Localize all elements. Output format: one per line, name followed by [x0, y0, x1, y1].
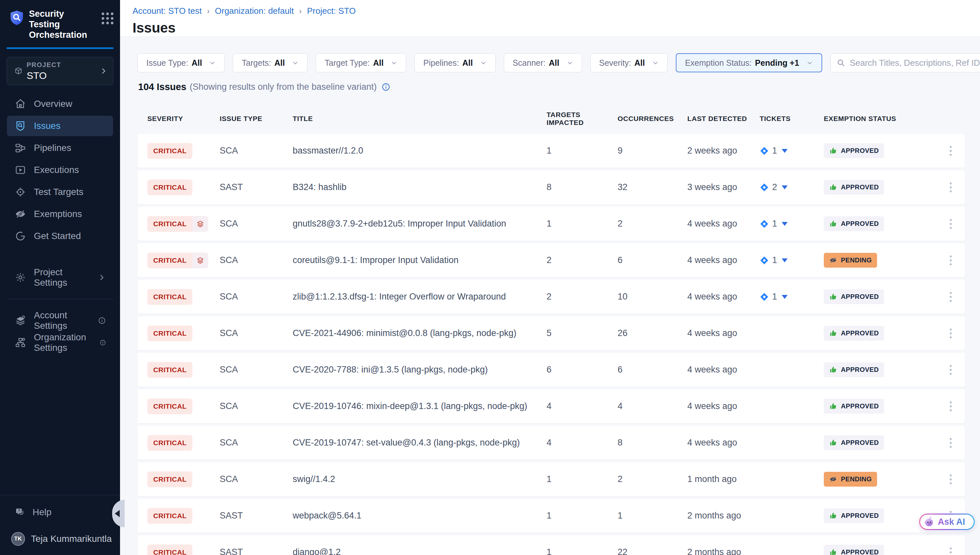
target-icon: [15, 186, 26, 197]
table-row[interactable]: CRITICAL SAST B324: hashlib 8 32 3 weeks…: [138, 170, 965, 204]
breadcrumb-project[interactable]: Project: STO: [307, 6, 356, 16]
sidebar-item-account-settings[interactable]: Account Settings: [7, 310, 113, 331]
sidebar-item-executions[interactable]: Executions: [7, 160, 113, 180]
sidebar-item-label: Executions: [34, 165, 79, 175]
targets-impacted-cell: 4: [547, 401, 618, 411]
table-row[interactable]: CRITICAL SCA coreutils@9.1-1: Improper I…: [138, 243, 965, 277]
thumbs-up-icon: [829, 439, 837, 447]
ticket-caret-icon[interactable]: [782, 295, 788, 299]
filter-pipelines[interactable]: Pipelines: All: [414, 53, 495, 72]
sidebar-item-exemptions[interactable]: Exemptions: [7, 204, 113, 224]
severity-badge: CRITICAL: [148, 143, 192, 159]
search-input[interactable]: [850, 58, 980, 68]
issue-title-cell[interactable]: swig//1.4.2: [293, 474, 547, 484]
filter-targets[interactable]: Targets: All: [233, 53, 308, 72]
module-grid-icon[interactable]: [102, 13, 114, 24]
row-menu-button[interactable]: [950, 473, 952, 485]
filter-severity[interactable]: Severity: All: [590, 53, 667, 72]
issue-type-cell: SCA: [220, 219, 293, 229]
filter-issue-type[interactable]: Issue Type: All: [138, 53, 225, 72]
tickets-cell: 1: [760, 219, 824, 229]
table-row[interactable]: CRITICAL SCA CVE-2020-7788: ini@1.3.5 (l…: [138, 353, 965, 387]
ticket-caret-icon[interactable]: [782, 185, 788, 189]
issue-title-cell[interactable]: CVE-2021-44906: minimist@0.0.8 (lang-pkg…: [293, 328, 547, 338]
row-menu-button[interactable]: [950, 218, 952, 230]
help-button[interactable]: ? Help: [0, 507, 120, 518]
sidebar-item-project-settings[interactable]: Project Settings: [7, 267, 113, 288]
row-menu-button[interactable]: [950, 547, 952, 555]
row-menu-button[interactable]: [950, 181, 952, 193]
issue-title-cell[interactable]: CVE-2020-7788: ini@1.3.5 (lang-pkgs, nod…: [293, 365, 547, 375]
issue-title-cell[interactable]: webpack@5.64.1: [293, 511, 547, 521]
project-selector[interactable]: PROJECT STO: [6, 57, 114, 85]
table-row[interactable]: CRITICAL SCA CVE-2021-44906: minimist@0.…: [138, 316, 965, 350]
table-row[interactable]: CRITICAL SCA bassmaster//1.2.0 1 9 2 wee…: [138, 134, 965, 168]
severity-badge: CRITICAL: [148, 180, 192, 195]
sto-shield-logo-icon: [8, 9, 25, 26]
thumbs-up-icon: [829, 293, 837, 301]
sidebar-item-test-targets[interactable]: Test Targets: [7, 182, 113, 202]
table-row[interactable]: CRITICAL SCA CVE-2019-10746: mixin-deep@…: [138, 389, 965, 423]
row-menu-button[interactable]: [950, 255, 952, 266]
row-menu-button[interactable]: [950, 327, 952, 339]
eye-off-icon: [15, 209, 26, 220]
info-icon[interactable]: [98, 316, 106, 325]
eye-off-icon: [829, 475, 837, 483]
issue-title-cell[interactable]: CVE-2019-10746: mixin-deep@1.3.1 (lang-p…: [293, 401, 547, 411]
row-menu-button[interactable]: [950, 364, 952, 376]
severity-badge: CRITICAL: [148, 472, 192, 487]
filter-exemption-status[interactable]: Exemption Status: Pending +1: [676, 53, 822, 72]
issue-title-cell[interactable]: CVE-2019-10747: set-value@0.4.3 (lang-pk…: [293, 438, 547, 448]
table-row[interactable]: CRITICAL SCA zlib@1:1.2.13.dfsg-1: Integ…: [138, 280, 965, 314]
sidebar-item-overview[interactable]: Overview: [7, 94, 113, 114]
issue-title-cell[interactable]: coreutils@9.1-1: Improper Input Validati…: [293, 255, 547, 265]
sidebar-item-organization-settings[interactable]: Organization Settings: [7, 332, 113, 353]
ticket-caret-icon[interactable]: [782, 149, 788, 153]
row-menu-button[interactable]: [950, 401, 952, 412]
sidebar: Security Testing Orchestration PROJECT S…: [0, 0, 120, 555]
get-started-icon: [15, 231, 26, 242]
filter-target-type[interactable]: Target Type: All: [316, 53, 406, 72]
user-menu[interactable]: TK Teja Kummarikuntla: [0, 532, 120, 546]
table-row[interactable]: CRITICAL SAST django@1.2 1 22 2 months a…: [138, 535, 965, 555]
table-row[interactable]: CRITICAL SCA gnutls28@3.7.9-2+deb12u5: I…: [138, 207, 965, 241]
issue-title-cell[interactable]: B324: hashlib: [293, 182, 547, 192]
table-row[interactable]: CRITICAL SCA CVE-2019-10747: set-value@0…: [138, 426, 965, 460]
exemption-status-label: PENDING: [841, 475, 872, 483]
home-icon: [15, 98, 26, 109]
targets-impacted-cell: 1: [547, 219, 618, 229]
table-row[interactable]: CRITICAL SAST webpack@5.64.1 1 1 2 month…: [138, 499, 965, 533]
issue-type-cell: SCA: [220, 146, 293, 156]
row-menu-button[interactable]: [950, 291, 952, 303]
sidebar-item-get-started[interactable]: Get Started: [7, 226, 113, 246]
row-menu-button[interactable]: [950, 145, 952, 157]
issue-title-cell[interactable]: zlib@1:1.2.13.dfsg-1: Integer Overflow o…: [293, 292, 547, 302]
issue-type-cell: SAST: [220, 182, 293, 192]
issue-title-cell[interactable]: bassmaster//1.2.0: [293, 146, 547, 156]
sidebar-item-issues[interactable]: Issues: [7, 116, 113, 136]
issue-title-cell[interactable]: django@1.2: [293, 547, 547, 555]
ask-ai-button[interactable]: Ask AI: [919, 513, 975, 530]
ticket-caret-icon[interactable]: [782, 258, 788, 262]
filter-label: Target Type:: [325, 58, 370, 68]
breadcrumb-organization[interactable]: Organization: default: [215, 6, 294, 16]
occurrences-cell: 10: [618, 292, 687, 302]
last-detected-cell: 4 weeks ago: [687, 255, 760, 265]
chevron-right-icon: [100, 67, 107, 75]
severity-badge: CRITICAL: [148, 435, 192, 451]
info-icon[interactable]: [382, 83, 390, 91]
ticket-count: 1: [772, 292, 777, 302]
sidebar-item-pipelines[interactable]: Pipelines: [7, 138, 113, 158]
row-menu-button[interactable]: [950, 437, 952, 449]
severity-badge-label: CRITICAL: [148, 398, 192, 414]
ai-bot-icon: [924, 516, 935, 528]
ticket-caret-icon[interactable]: [782, 222, 788, 226]
breadcrumb-account[interactable]: Account: STO test: [133, 6, 202, 16]
filter-scanner[interactable]: Scanner: All: [504, 53, 582, 72]
shield-search-icon: [15, 120, 26, 132]
issue-title-cell[interactable]: gnutls28@3.7.9-2+deb12u5: Improper Input…: [293, 219, 547, 229]
exemption-status-label: APPROVED: [841, 512, 879, 520]
info-icon[interactable]: [99, 338, 106, 347]
table-row[interactable]: CRITICAL SCA swig//1.4.2 1 2 1 month ago…: [138, 462, 965, 496]
avatar: TK: [11, 532, 25, 546]
